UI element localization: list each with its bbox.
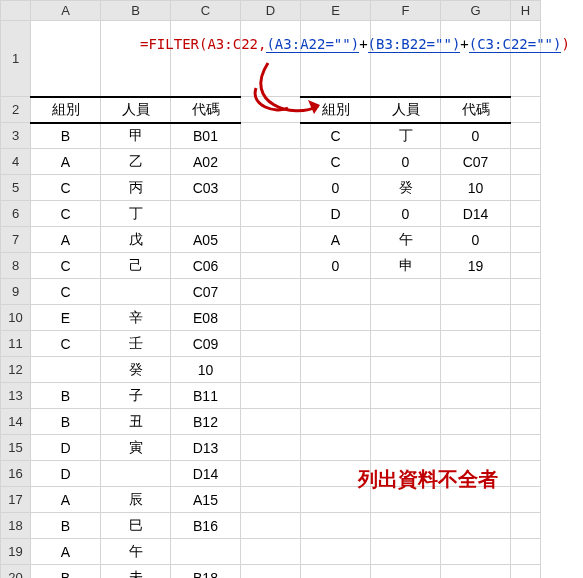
cell-A6[interactable]: C [31, 201, 101, 227]
cell-G12[interactable] [441, 357, 511, 383]
cell-F5[interactable]: 癸 [371, 175, 441, 201]
cell-G10[interactable] [441, 305, 511, 331]
cell-F8[interactable]: 申 [371, 253, 441, 279]
cell-F12[interactable] [371, 357, 441, 383]
row-header-17[interactable]: 17 [1, 487, 31, 513]
cell-G1[interactable] [441, 21, 511, 97]
cell-D20[interactable] [241, 565, 301, 579]
cell-G16[interactable] [441, 461, 511, 487]
cell-B19[interactable]: 午 [101, 539, 171, 565]
row-header-5[interactable]: 5 [1, 175, 31, 201]
cell-C7[interactable]: A05 [171, 227, 241, 253]
cell-D2[interactable] [241, 97, 301, 123]
cell-H17[interactable] [511, 487, 541, 513]
cell-G20[interactable] [441, 565, 511, 579]
cell-B5[interactable]: 丙 [101, 175, 171, 201]
cell-B15[interactable]: 寅 [101, 435, 171, 461]
cell-D12[interactable] [241, 357, 301, 383]
cell-C20[interactable]: B18 [171, 565, 241, 579]
cell-B13[interactable]: 子 [101, 383, 171, 409]
cell-F11[interactable] [371, 331, 441, 357]
cell-A20[interactable]: B [31, 565, 101, 579]
cell-F9[interactable] [371, 279, 441, 305]
cell-H1[interactable] [511, 21, 541, 97]
corner-cell[interactable] [1, 1, 31, 21]
cell-B18[interactable]: 巳 [101, 513, 171, 539]
cell-F18[interactable] [371, 513, 441, 539]
row-header-11[interactable]: 11 [1, 331, 31, 357]
cell-C6[interactable] [171, 201, 241, 227]
cell-B4[interactable]: 乙 [101, 149, 171, 175]
cell-A12[interactable] [31, 357, 101, 383]
col-header-D[interactable]: D [241, 1, 301, 21]
col-header-B[interactable]: B [101, 1, 171, 21]
cell-C3[interactable]: B01 [171, 123, 241, 149]
cell-E14[interactable] [301, 409, 371, 435]
cell-H12[interactable] [511, 357, 541, 383]
row-header-6[interactable]: 6 [1, 201, 31, 227]
col-header-C[interactable]: C [171, 1, 241, 21]
cell-F1[interactable] [371, 21, 441, 97]
cell-H10[interactable] [511, 305, 541, 331]
cell-A13[interactable]: B [31, 383, 101, 409]
cell-F4[interactable]: 0 [371, 149, 441, 175]
cell-E5[interactable]: 0 [301, 175, 371, 201]
cell-E15[interactable] [301, 435, 371, 461]
col-header-A[interactable]: A [31, 1, 101, 21]
cell-F15[interactable] [371, 435, 441, 461]
cell-A1[interactable] [31, 21, 101, 97]
cell-A17[interactable]: A [31, 487, 101, 513]
cell-G11[interactable] [441, 331, 511, 357]
cell-H6[interactable] [511, 201, 541, 227]
cell-E1[interactable] [301, 21, 371, 97]
cell-G17[interactable] [441, 487, 511, 513]
cell-E4[interactable]: C [301, 149, 371, 175]
cell-H2[interactable] [511, 97, 541, 123]
cell-A5[interactable]: C [31, 175, 101, 201]
row-header-3[interactable]: 3 [1, 123, 31, 149]
cell-G19[interactable] [441, 539, 511, 565]
cell-H16[interactable] [511, 461, 541, 487]
cell-B10[interactable]: 辛 [101, 305, 171, 331]
cell-G18[interactable] [441, 513, 511, 539]
row-header-1[interactable]: 1 [1, 21, 31, 97]
cell-F16[interactable] [371, 461, 441, 487]
cell-B8[interactable]: 己 [101, 253, 171, 279]
row-header-4[interactable]: 4 [1, 149, 31, 175]
cell-F3[interactable]: 丁 [371, 123, 441, 149]
cell-E10[interactable] [301, 305, 371, 331]
cell-D9[interactable] [241, 279, 301, 305]
cell-C17[interactable]: A15 [171, 487, 241, 513]
cell-E20[interactable] [301, 565, 371, 579]
cell-C10[interactable]: E08 [171, 305, 241, 331]
cell-G9[interactable] [441, 279, 511, 305]
cell-D1[interactable] [241, 21, 301, 97]
cell-H8[interactable] [511, 253, 541, 279]
cell-G8[interactable]: 19 [441, 253, 511, 279]
cell-D4[interactable] [241, 149, 301, 175]
cell-E3[interactable]: C [301, 123, 371, 149]
cell-H14[interactable] [511, 409, 541, 435]
col-header-H[interactable]: H [511, 1, 541, 21]
cell-E9[interactable] [301, 279, 371, 305]
cell-B17[interactable]: 辰 [101, 487, 171, 513]
row-header-16[interactable]: 16 [1, 461, 31, 487]
cell-A2[interactable]: 組別 [31, 97, 101, 123]
cell-A16[interactable]: D [31, 461, 101, 487]
cell-A8[interactable]: C [31, 253, 101, 279]
cell-H18[interactable] [511, 513, 541, 539]
row-header-14[interactable]: 14 [1, 409, 31, 435]
cell-D7[interactable] [241, 227, 301, 253]
cell-F17[interactable] [371, 487, 441, 513]
cell-E2[interactable]: 組別 [301, 97, 371, 123]
cell-D18[interactable] [241, 513, 301, 539]
spreadsheet-grid[interactable]: A B C D E F G H 1 2 組別 人員 代碼 組別 人員 代碼 3B… [0, 0, 541, 578]
cell-B2[interactable]: 人員 [101, 97, 171, 123]
row-header-13[interactable]: 13 [1, 383, 31, 409]
cell-G6[interactable]: D14 [441, 201, 511, 227]
cell-F20[interactable] [371, 565, 441, 579]
cell-E17[interactable] [301, 487, 371, 513]
cell-A19[interactable]: A [31, 539, 101, 565]
cell-D6[interactable] [241, 201, 301, 227]
cell-G5[interactable]: 10 [441, 175, 511, 201]
